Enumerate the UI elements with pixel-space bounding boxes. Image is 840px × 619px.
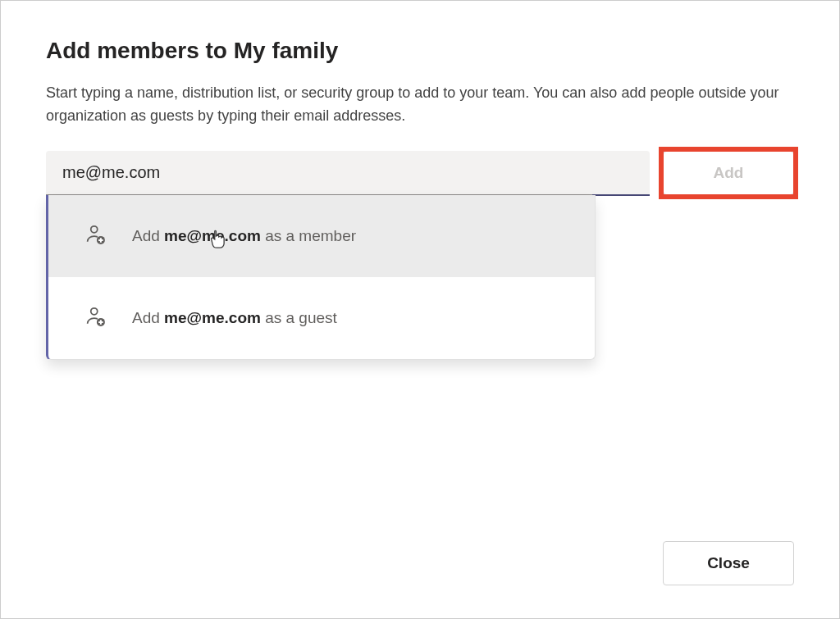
suggestion-prefix: Add bbox=[132, 309, 164, 326]
suggestion-item-guest[interactable]: Add me@me.com as a guest bbox=[48, 277, 595, 359]
member-search-input[interactable] bbox=[46, 151, 650, 195]
add-button[interactable]: Add bbox=[663, 151, 794, 195]
dialog-title: Add members to My family bbox=[46, 38, 794, 64]
add-members-dialog: Add members to My family Start typing a … bbox=[1, 1, 839, 220]
suggestion-text: Add me@me.com as a guest bbox=[132, 309, 337, 327]
person-add-icon bbox=[83, 222, 107, 247]
person-add-icon bbox=[83, 304, 107, 332]
add-button-wrapper: Add bbox=[663, 151, 794, 195]
dialog-description: Start typing a name, distribution list, … bbox=[46, 82, 794, 128]
suggestion-email: me@me.com bbox=[164, 227, 261, 244]
suggestion-text: Add me@me.com as a member bbox=[132, 227, 356, 245]
svg-point-2 bbox=[91, 308, 98, 315]
search-input-wrapper: Add me@me.com as a memberAdd me@me.com a… bbox=[46, 151, 650, 195]
close-button[interactable]: Close bbox=[663, 541, 794, 585]
suggestions-dropdown: Add me@me.com as a memberAdd me@me.com a… bbox=[46, 195, 596, 360]
suggestion-prefix: Add bbox=[132, 227, 164, 244]
person-add-icon bbox=[83, 304, 107, 329]
input-focus-underline bbox=[592, 194, 650, 196]
input-row: Add me@me.com as a memberAdd me@me.com a… bbox=[46, 151, 794, 195]
suggestion-suffix: as a guest bbox=[261, 309, 337, 326]
suggestion-email: me@me.com bbox=[164, 309, 261, 326]
svg-point-0 bbox=[91, 226, 98, 233]
dialog-footer: Close bbox=[663, 541, 794, 585]
suggestion-item-member[interactable]: Add me@me.com as a member bbox=[48, 195, 595, 277]
suggestion-suffix: as a member bbox=[261, 227, 356, 244]
person-add-icon bbox=[83, 222, 107, 250]
